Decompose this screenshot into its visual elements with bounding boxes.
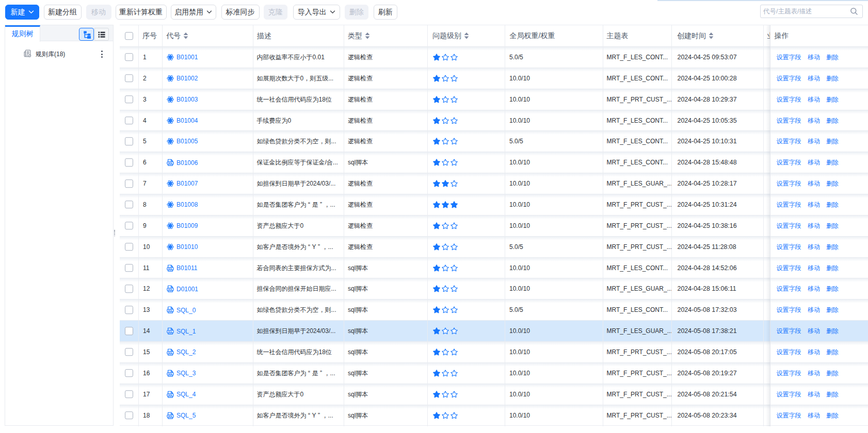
svg-text:SQL: SQL [168,373,173,375]
svg-text:SQL: SQL [168,330,173,333]
svg-text:SQL: SQL [168,288,173,291]
svg-text:SQL: SQL [168,352,173,354]
svg-text:SQL: SQL [168,414,173,417]
svg-text:SQL: SQL [168,393,173,396]
svg-text:SQL: SQL [168,309,173,312]
svg-text:SQL: SQL [168,162,173,164]
svg-text:SQL: SQL [168,267,173,270]
